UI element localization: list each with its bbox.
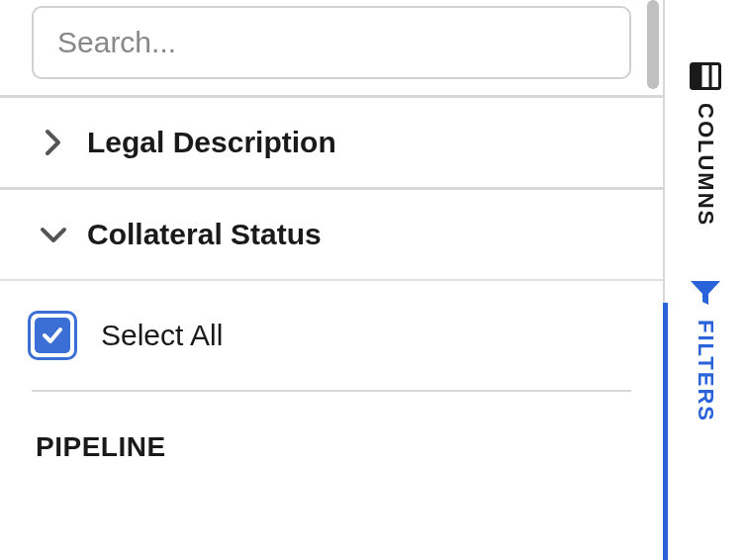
section-legal-description[interactable]: Legal Description bbox=[0, 98, 663, 187]
tab-filters[interactable]: FILTERS bbox=[689, 276, 722, 422]
checkbox-checked[interactable] bbox=[28, 311, 77, 360]
chevron-down-icon bbox=[40, 221, 67, 248]
side-rail: COLUMNS FILTERS bbox=[663, 0, 746, 560]
select-all-label: Select All bbox=[101, 319, 223, 352]
scrollbar[interactable] bbox=[647, 0, 659, 560]
chevron-right-icon bbox=[40, 129, 67, 156]
section-title: Legal Description bbox=[87, 126, 336, 159]
check-icon bbox=[40, 323, 65, 348]
svg-rect-1 bbox=[692, 64, 702, 89]
tab-columns[interactable]: COLUMNS bbox=[689, 59, 722, 227]
select-all-row[interactable]: Select All bbox=[0, 281, 663, 390]
search-input[interactable] bbox=[32, 6, 631, 79]
rail-label: FILTERS bbox=[693, 320, 718, 422]
filter-panel: Legal Description Collateral Status Sele… bbox=[0, 0, 663, 560]
search-container bbox=[0, 0, 663, 95]
group-pipeline-label: PIPELINE bbox=[0, 392, 663, 483]
section-collateral-status[interactable]: Collateral Status bbox=[0, 190, 663, 279]
scrollbar-thumb[interactable] bbox=[647, 0, 659, 89]
rail-label: COLUMNS bbox=[693, 103, 718, 227]
columns-icon bbox=[689, 59, 722, 93]
filter-icon bbox=[689, 276, 722, 310]
section-title: Collateral Status bbox=[87, 218, 322, 251]
active-tab-indicator bbox=[663, 303, 668, 560]
